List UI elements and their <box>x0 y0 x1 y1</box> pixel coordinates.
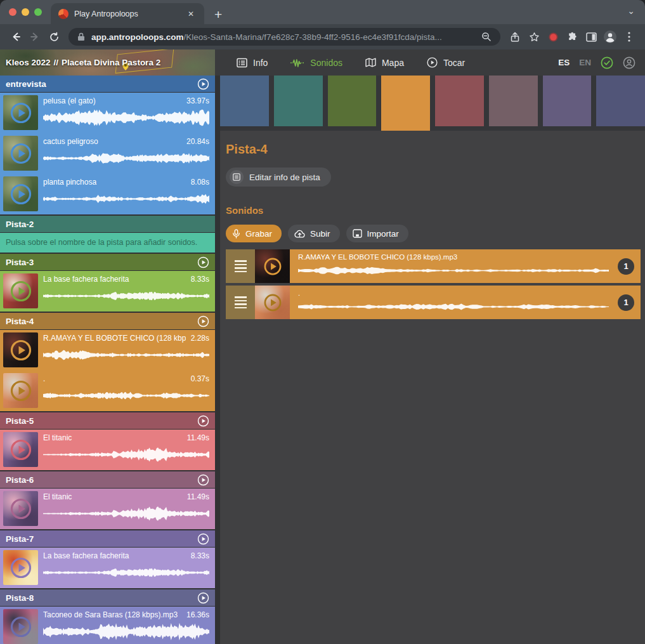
sync-check-icon[interactable] <box>601 56 613 69</box>
edit-track-info-button[interactable]: Editar info de pista <box>226 168 331 187</box>
track-header-pista-5[interactable]: Pista-5 <box>0 412 215 429</box>
sound-thumbnail[interactable] <box>3 432 38 467</box>
sound-thumbnail[interactable] <box>255 286 290 319</box>
profile-avatar-icon[interactable] <box>601 27 620 46</box>
sound-duration: 2.28s <box>191 334 209 343</box>
play-sound-icon[interactable] <box>10 280 32 303</box>
account-icon[interactable] <box>623 56 635 69</box>
url-bar[interactable]: app.antropoloops.com/Kleos-Santa-Marina/… <box>68 28 500 46</box>
reload-button[interactable] <box>44 27 63 46</box>
maximize-window-button[interactable] <box>34 8 42 16</box>
share-button[interactable] <box>505 27 524 46</box>
sound-name: La base fachera facherita <box>43 275 186 284</box>
nav-tocar[interactable]: Tocar <box>427 57 465 68</box>
minimize-window-button[interactable] <box>22 8 29 16</box>
upload-button[interactable]: Subir <box>288 225 340 242</box>
sound-title-row: R.AMAYA Y EL BOBOTE CHICO (128 kbps)....… <box>43 334 209 343</box>
sound-row[interactable]: R.AMAYA Y EL BOBOTE CHICO (128 kbps).mp3… <box>226 249 641 283</box>
bookmark-star-icon[interactable] <box>524 27 544 46</box>
extensions-puzzle-icon[interactable] <box>563 27 582 46</box>
sound-thumbnail[interactable] <box>255 249 290 283</box>
track-color-tab-5[interactable] <box>435 76 484 126</box>
play-track-button[interactable] <box>197 533 209 545</box>
sidebar-sound-item[interactable]: La base fachera facherita8.33s <box>0 271 215 312</box>
lang-en-button[interactable]: EN <box>579 58 591 67</box>
sidebar-sound-item[interactable]: El titanic11.49s <box>0 489 215 529</box>
track-header-entrevista[interactable]: entrevista <box>0 76 215 92</box>
drag-handle[interactable] <box>226 286 255 319</box>
track-color-tab-1[interactable] <box>220 76 269 126</box>
play-sound-icon[interactable] <box>10 438 32 461</box>
sound-thumbnail[interactable] <box>3 491 38 526</box>
side-panel-icon[interactable] <box>582 27 601 46</box>
record-extension-icon[interactable] <box>544 27 563 46</box>
play-track-button[interactable] <box>197 474 209 486</box>
nav-mapa[interactable]: Mapa <box>365 58 404 68</box>
sidebar-sound-item[interactable]: .0.37s <box>0 371 215 411</box>
track-color-tab-7[interactable] <box>543 76 592 126</box>
new-tab-button[interactable]: + <box>214 8 222 21</box>
sidebar-sound-item[interactable]: La base fachera facherita8.33s <box>0 548 215 588</box>
sidebar-sound-item[interactable]: pelusa (el gato)33.97s <box>0 93 215 133</box>
play-sound-icon[interactable] <box>10 339 32 362</box>
sidebar-sound-item[interactable]: Taconeo de Sara Baras (128 kbps).mp316.3… <box>0 607 215 644</box>
track-section-pista-5: Pista-5El titanic11.49s <box>0 412 215 470</box>
play-track-button[interactable] <box>197 256 209 268</box>
browser-menu-icon[interactable] <box>620 27 639 46</box>
play-sound-icon[interactable] <box>10 183 32 206</box>
sidebar-sound-item[interactable]: cactus peligroso20.84s <box>0 133 215 174</box>
tab-close-icon[interactable]: ✕ <box>185 8 197 20</box>
lang-es-button[interactable]: ES <box>558 58 570 67</box>
play-sound-icon[interactable] <box>263 257 282 276</box>
drag-handle[interactable] <box>226 249 255 283</box>
track-header-pista-6[interactable]: Pista-6 <box>0 471 215 488</box>
track-header-pista-3[interactable]: Pista-3 <box>0 254 215 270</box>
record-button[interactable]: Grabar <box>226 225 282 242</box>
sound-thumbnail[interactable] <box>3 609 38 644</box>
play-track-button[interactable] <box>197 415 209 427</box>
tab-search-chevron-icon[interactable]: ⌄ <box>627 6 635 16</box>
sound-thumbnail[interactable] <box>3 332 38 367</box>
track-name: Pista-3 <box>6 258 34 267</box>
sound-thumbnail[interactable] <box>3 550 38 585</box>
forward-button[interactable] <box>25 27 44 46</box>
nav-info[interactable]: Info <box>237 58 268 68</box>
play-sound-icon[interactable] <box>10 497 32 520</box>
sidebar-sound-item[interactable]: R.AMAYA Y EL BOBOTE CHICO (128 kbps)....… <box>0 330 215 371</box>
play-track-button[interactable] <box>197 78 209 90</box>
close-window-button[interactable] <box>9 8 16 16</box>
play-sound-icon[interactable] <box>10 379 32 402</box>
nav-sonidos[interactable]: Sonidos <box>290 58 342 68</box>
track-header-pista-4[interactable]: Pista-4 <box>0 313 215 329</box>
sound-row[interactable]: .1 <box>226 286 641 319</box>
sound-thumbnail[interactable] <box>3 273 38 308</box>
track-header-pista-2[interactable]: Pista-2 <box>0 216 215 232</box>
track-header-pista-7[interactable]: Pista-7 <box>0 530 215 547</box>
play-sound-icon[interactable] <box>10 102 32 124</box>
zoom-out-icon[interactable] <box>481 32 492 42</box>
sidebar-sound-item[interactable]: El titanic11.49s <box>0 430 215 470</box>
browser-window: Play Antropoloops ✕ + ⌄ app.antropoloops… <box>0 0 645 644</box>
import-button[interactable]: Importar <box>346 225 408 242</box>
track-color-tab-6[interactable] <box>489 76 538 126</box>
sidebar-sound-item[interactable]: planta pinchosa8.08s <box>0 174 215 214</box>
track-color-tab-3[interactable] <box>328 76 377 126</box>
track-color-tab-4[interactable] <box>381 76 430 131</box>
back-button[interactable] <box>6 27 25 46</box>
play-track-button[interactable] <box>197 315 209 327</box>
play-sound-icon[interactable] <box>10 556 32 579</box>
track-section-pista-2: Pista-2Pulsa sobre el nombre de la pista… <box>0 216 215 253</box>
app-header: Kleos 2022//Placeta Divina Pastora 2 Inf… <box>0 49 645 76</box>
play-sound-icon[interactable] <box>263 293 282 312</box>
sound-thumbnail[interactable] <box>3 176 38 211</box>
track-color-tab-2[interactable] <box>274 76 323 126</box>
sound-thumbnail[interactable] <box>3 95 38 130</box>
play-sound-icon[interactable] <box>10 615 32 638</box>
play-sound-icon[interactable] <box>10 142 32 165</box>
sound-thumbnail[interactable] <box>3 136 38 171</box>
play-track-button[interactable] <box>197 592 209 604</box>
sound-thumbnail[interactable] <box>3 373 38 408</box>
track-header-pista-8[interactable]: Pista-8 <box>0 589 215 606</box>
browser-tab[interactable]: Play Antropoloops ✕ <box>51 3 204 24</box>
track-color-tab-8[interactable] <box>596 76 645 126</box>
